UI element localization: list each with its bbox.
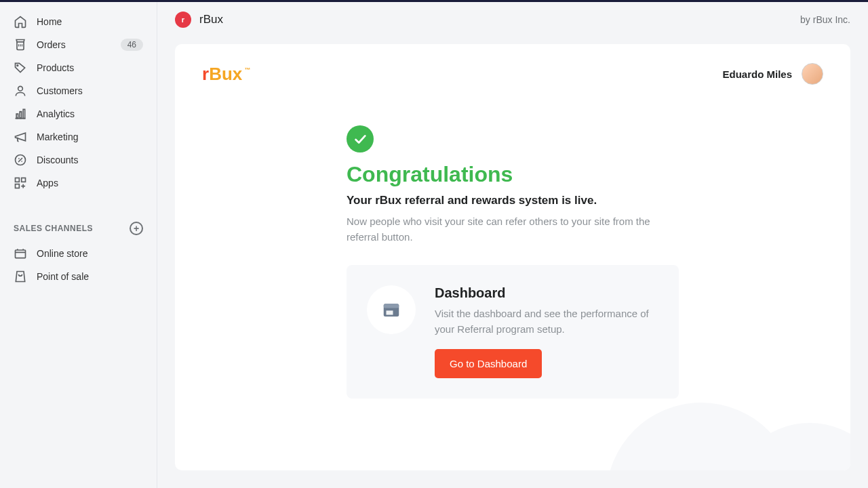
sidebar-item-online-store[interactable]: Online store	[0, 242, 157, 265]
sidebar-item-pos[interactable]: Point of sale	[0, 265, 157, 288]
svg-point-0	[17, 65, 18, 66]
go-to-dashboard-button[interactable]: Go to Dashboard	[435, 349, 542, 378]
discounts-icon	[14, 153, 27, 167]
svg-rect-12	[387, 310, 393, 314]
nav-label: Point of sale	[37, 271, 143, 282]
success-check-icon	[347, 125, 374, 152]
pos-icon	[14, 270, 27, 283]
sidebar-item-analytics[interactable]: Analytics	[0, 102, 157, 125]
app-badge-icon: r	[175, 12, 191, 28]
nav-label: Apps	[37, 178, 143, 188]
marketing-icon	[14, 130, 27, 144]
nav-label: Online store	[37, 248, 143, 259]
nav-label: Analytics	[37, 108, 143, 119]
products-icon	[14, 61, 27, 75]
user-name: Eduardo Miles	[722, 68, 792, 80]
svg-rect-9	[16, 250, 26, 258]
sidebar-item-discounts[interactable]: Discounts	[0, 148, 157, 171]
svg-point-1	[18, 86, 23, 91]
svg-rect-3	[20, 112, 22, 119]
nav-label: Marketing	[37, 131, 143, 142]
sidebar: Home Orders 46 Products Customers Analyt…	[0, 2, 157, 488]
nav-label: Orders	[37, 39, 121, 50]
store-icon	[14, 247, 27, 260]
sidebar-item-home[interactable]: Home	[0, 10, 157, 33]
apps-icon	[14, 176, 27, 190]
svg-rect-6	[16, 178, 20, 182]
main-card: rBux™ Eduardo Miles Congratulations Your…	[175, 44, 850, 470]
svg-rect-7	[22, 178, 26, 182]
topbar: r rBux by rBux Inc.	[157, 2, 868, 37]
analytics-icon	[14, 107, 27, 121]
nav-label: Products	[37, 62, 143, 73]
sidebar-item-customers[interactable]: Customers	[0, 79, 157, 102]
main-content: r rBux by rBux Inc. rBux™ Eduardo Miles	[157, 2, 868, 488]
congrats-desc: Now people who visit your site can refer…	[347, 214, 679, 245]
avatar	[802, 63, 823, 85]
svg-rect-2	[16, 114, 18, 119]
congrats-subtitle: Your rBux referral and rewards system is…	[347, 194, 679, 207]
user-menu[interactable]: Eduardo Miles	[722, 63, 823, 85]
dashboard-title: Dashboard	[435, 285, 658, 301]
sidebar-item-apps[interactable]: Apps	[0, 171, 157, 195]
decorative-circles	[606, 389, 850, 470]
customers-icon	[14, 84, 27, 98]
app-name: rBux	[199, 13, 223, 26]
add-channel-button[interactable]: +	[130, 222, 143, 235]
sales-channels-header: SALES CHANNELS +	[0, 208, 157, 242]
sidebar-item-products[interactable]: Products	[0, 56, 157, 79]
rbux-logo: rBux™	[202, 64, 250, 85]
svg-rect-4	[23, 109, 24, 118]
nav-label: Discounts	[37, 155, 143, 165]
svg-rect-11	[384, 304, 399, 308]
section-title: SALES CHANNELS	[14, 224, 93, 233]
dashboard-card: Dashboard Visit the dashboard and see th…	[347, 265, 679, 399]
svg-rect-8	[16, 184, 20, 188]
dashboard-icon	[367, 285, 416, 334]
app-brand: r rBux	[175, 12, 223, 28]
orders-badge: 46	[121, 39, 143, 51]
nav-label: Customers	[37, 85, 143, 96]
home-icon	[14, 15, 27, 28]
sidebar-item-marketing[interactable]: Marketing	[0, 125, 157, 148]
sidebar-item-orders[interactable]: Orders 46	[0, 33, 157, 56]
nav-label: Home	[37, 16, 143, 27]
orders-icon	[14, 38, 27, 52]
app-vendor: by rBux Inc.	[800, 14, 850, 25]
congrats-title: Congratulations	[347, 162, 679, 187]
dashboard-desc: Visit the dashboard and see the performa…	[435, 306, 658, 337]
